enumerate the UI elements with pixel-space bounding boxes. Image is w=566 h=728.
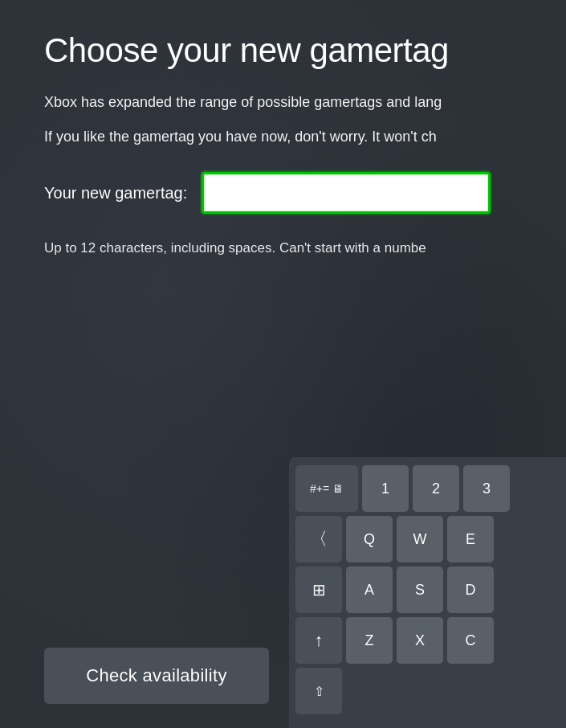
- description-line-2: If you like the gamertag you have now, d…: [44, 126, 522, 148]
- key-globe[interactable]: ⇧: [295, 668, 342, 714]
- keyboard-container: #+= 🖥 1 2 3 〈 Q W E ⊞ A S D ↑ Z X C ⇧: [289, 457, 566, 728]
- gamertag-row: Your new gamertag:: [44, 172, 522, 214]
- key-z[interactable]: Z: [346, 617, 393, 664]
- keyboard-row-4: ↑ Z X C: [295, 617, 564, 664]
- key-a[interactable]: A: [346, 566, 393, 613]
- page-title: Choose your new gamertag: [44, 32, 522, 69]
- key-q[interactable]: Q: [346, 516, 393, 562]
- key-2[interactable]: 2: [413, 465, 459, 512]
- keyboard-row-1: #+= 🖥 1 2 3: [295, 465, 564, 512]
- main-content: Choose your new gamertag Xbox has expand…: [0, 0, 566, 259]
- description-line-1: Xbox has expanded the range of possible …: [44, 92, 522, 113]
- key-x[interactable]: X: [397, 617, 443, 664]
- key-s[interactable]: S: [397, 566, 443, 613]
- key-backspace[interactable]: 〈: [295, 516, 342, 562]
- key-1[interactable]: 1: [362, 465, 409, 512]
- keyboard-row-5: ⇧: [295, 668, 564, 714]
- key-e[interactable]: E: [447, 516, 494, 562]
- key-d[interactable]: D: [447, 566, 494, 613]
- gamertag-label: Your new gamertag:: [44, 184, 187, 202]
- gamertag-input[interactable]: [202, 172, 491, 214]
- check-availability-button[interactable]: Check availability: [44, 648, 269, 704]
- key-c[interactable]: C: [447, 617, 494, 664]
- key-shift[interactable]: ↑: [295, 617, 342, 664]
- key-symbols[interactable]: #+= 🖥: [295, 465, 358, 512]
- key-w[interactable]: W: [397, 516, 443, 562]
- keyboard-row-2: 〈 Q W E: [295, 516, 564, 562]
- key-caps-lock[interactable]: ⊞: [295, 566, 342, 613]
- key-3[interactable]: 3: [463, 465, 510, 512]
- keyboard-row-3: ⊞ A S D: [295, 566, 564, 613]
- constraint-text: Up to 12 characters, including spaces. C…: [44, 238, 522, 259]
